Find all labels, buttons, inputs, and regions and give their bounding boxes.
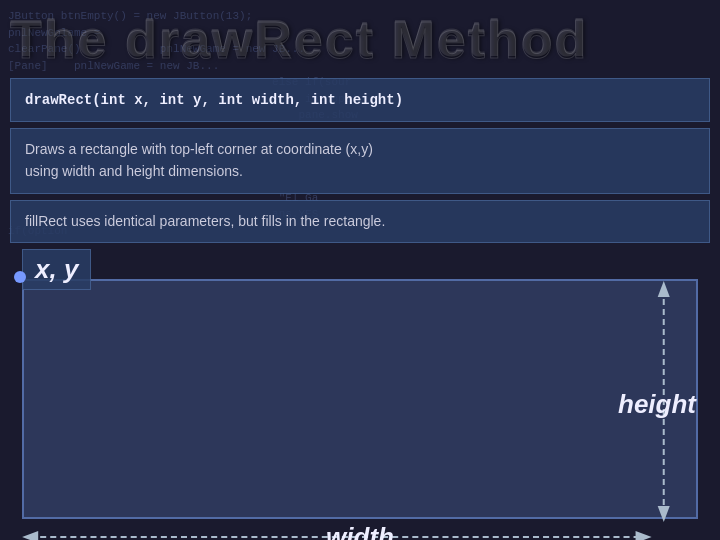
page-title: The drawRect Method	[10, 10, 710, 70]
description-box: Draws a rectangle with top-left corner a…	[10, 128, 710, 193]
content-area: The drawRect Method drawRect(int x, int …	[10, 10, 710, 530]
svg-marker-4	[22, 531, 38, 540]
rect-diagram	[22, 279, 698, 519]
corner-dot	[14, 271, 26, 283]
height-label-text: height	[618, 389, 696, 420]
height-label: height	[618, 389, 696, 420]
method-signature-text: drawRect(int x, int y, int width, int he…	[25, 89, 695, 111]
svg-marker-5	[636, 531, 652, 540]
xy-label: x, y	[22, 249, 91, 290]
fillrect-note-box: fillRect uses identical parameters, but …	[10, 200, 710, 244]
diagram-area: x, y height width	[10, 249, 710, 540]
width-label: width	[326, 522, 394, 540]
method-signature-box: drawRect(int x, int y, int width, int he…	[10, 78, 710, 122]
width-label-text: width	[326, 522, 394, 540]
description-text: Draws a rectangle with top-left corner a…	[25, 139, 695, 182]
fillrect-note-text: fillRect uses identical parameters, but …	[25, 211, 695, 233]
